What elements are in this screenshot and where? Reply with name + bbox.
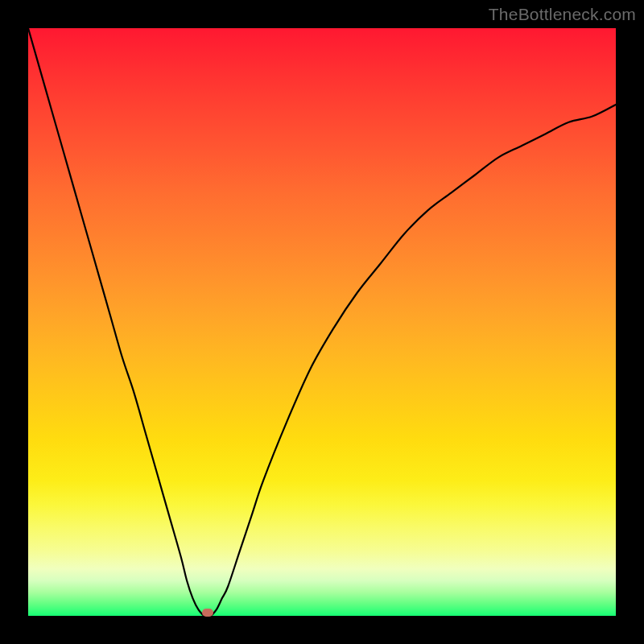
optimal-point-marker xyxy=(202,609,213,617)
plot-area xyxy=(28,28,616,616)
curve-svg xyxy=(28,28,616,616)
chart-frame: TheBottleneck.com xyxy=(0,0,644,644)
bottleneck-curve xyxy=(28,28,616,616)
watermark-text: TheBottleneck.com xyxy=(489,5,636,24)
